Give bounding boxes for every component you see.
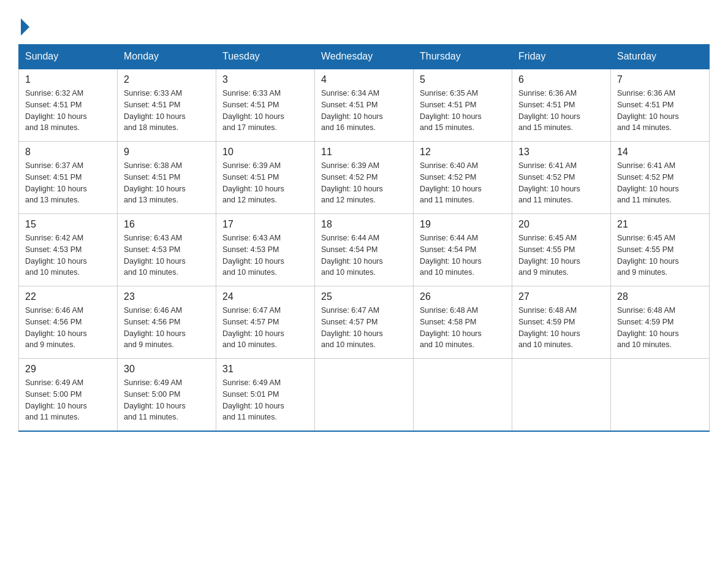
calendar-cell: 3Sunrise: 6:33 AMSunset: 4:51 PMDaylight… [216,69,315,142]
day-info: Sunrise: 6:45 AMSunset: 4:55 PMDaylight:… [617,232,703,278]
day-info: Sunrise: 6:36 AMSunset: 4:51 PMDaylight:… [518,88,604,134]
day-number: 7 [617,74,703,85]
day-number: 12 [420,147,506,158]
day-info: Sunrise: 6:33 AMSunset: 4:51 PMDaylight:… [124,88,210,134]
calendar-cell: 22Sunrise: 6:46 AMSunset: 4:56 PMDayligh… [19,286,118,359]
day-number: 1 [25,74,111,85]
calendar-cell: 30Sunrise: 6:49 AMSunset: 5:00 PMDayligh… [118,359,216,432]
day-number: 16 [124,219,210,230]
calendar-cell: 2Sunrise: 6:33 AMSunset: 4:51 PMDaylight… [118,69,216,142]
logo-triangle-icon [21,18,29,36]
weekday-header-monday: Monday [118,45,216,69]
weekday-header-sunday: Sunday [19,45,118,69]
calendar-cell: 28Sunrise: 6:48 AMSunset: 4:59 PMDayligh… [611,286,710,359]
calendar-table: SundayMondayTuesdayWednesdayThursdayFrid… [18,44,710,432]
calendar-cell: 9Sunrise: 6:38 AMSunset: 4:51 PMDaylight… [118,142,216,214]
day-info: Sunrise: 6:47 AMSunset: 4:57 PMDaylight:… [222,305,308,351]
calendar-cell: 24Sunrise: 6:47 AMSunset: 4:57 PMDayligh… [216,286,315,359]
weekday-header-thursday: Thursday [414,45,512,69]
header-row: SundayMondayTuesdayWednesdayThursdayFrid… [19,45,710,69]
calendar-cell: 20Sunrise: 6:45 AMSunset: 4:55 PMDayligh… [512,214,611,286]
day-info: Sunrise: 6:36 AMSunset: 4:51 PMDaylight:… [617,88,703,134]
calendar-cell: 29Sunrise: 6:49 AMSunset: 5:00 PMDayligh… [19,359,118,432]
day-info: Sunrise: 6:40 AMSunset: 4:52 PMDaylight:… [420,160,506,206]
calendar-cell [512,359,611,432]
calendar-cell: 21Sunrise: 6:45 AMSunset: 4:55 PMDayligh… [611,214,710,286]
day-info: Sunrise: 6:45 AMSunset: 4:55 PMDaylight:… [518,232,604,278]
calendar-cell: 19Sunrise: 6:44 AMSunset: 4:54 PMDayligh… [414,214,512,286]
calendar-cell: 17Sunrise: 6:43 AMSunset: 4:53 PMDayligh… [216,214,315,286]
weekday-header-tuesday: Tuesday [216,45,315,69]
day-info: Sunrise: 6:46 AMSunset: 4:56 PMDaylight:… [25,305,111,351]
day-info: Sunrise: 6:46 AMSunset: 4:56 PMDaylight:… [124,305,210,351]
calendar-cell: 8Sunrise: 6:37 AMSunset: 4:51 PMDaylight… [19,142,118,214]
day-number: 10 [222,147,308,158]
calendar-cell: 11Sunrise: 6:39 AMSunset: 4:52 PMDayligh… [315,142,414,214]
day-number: 17 [222,219,308,230]
day-info: Sunrise: 6:48 AMSunset: 4:58 PMDaylight:… [420,305,506,351]
calendar-cell: 18Sunrise: 6:44 AMSunset: 4:54 PMDayligh… [315,214,414,286]
day-number: 13 [518,147,604,158]
day-number: 21 [617,219,703,230]
calendar-cell [315,359,414,432]
day-info: Sunrise: 6:43 AMSunset: 4:53 PMDaylight:… [124,232,210,278]
day-number: 19 [420,219,506,230]
day-info: Sunrise: 6:44 AMSunset: 4:54 PMDaylight:… [420,232,506,278]
day-number: 23 [124,291,210,302]
day-info: Sunrise: 6:47 AMSunset: 4:57 PMDaylight:… [321,305,407,351]
weekday-header-friday: Friday [512,45,611,69]
day-info: Sunrise: 6:48 AMSunset: 4:59 PMDaylight:… [617,305,703,351]
day-info: Sunrise: 6:35 AMSunset: 4:51 PMDaylight:… [420,88,506,134]
calendar-cell: 15Sunrise: 6:42 AMSunset: 4:53 PMDayligh… [19,214,118,286]
day-number: 18 [321,219,407,230]
calendar-cell: 1Sunrise: 6:32 AMSunset: 4:51 PMDaylight… [19,69,118,142]
calendar-cell [414,359,512,432]
day-number: 30 [124,364,210,375]
calendar-cell: 10Sunrise: 6:39 AMSunset: 4:51 PMDayligh… [216,142,315,214]
calendar-cell: 23Sunrise: 6:46 AMSunset: 4:56 PMDayligh… [118,286,216,359]
day-number: 8 [25,147,111,158]
day-info: Sunrise: 6:32 AMSunset: 4:51 PMDaylight:… [25,88,111,134]
day-number: 2 [124,74,210,85]
day-number: 24 [222,291,308,302]
day-info: Sunrise: 6:43 AMSunset: 4:53 PMDaylight:… [222,232,308,278]
day-number: 6 [518,74,604,85]
day-info: Sunrise: 6:49 AMSunset: 5:00 PMDaylight:… [124,377,210,423]
calendar-cell: 27Sunrise: 6:48 AMSunset: 4:59 PMDayligh… [512,286,611,359]
calendar-cell [611,359,710,432]
day-number: 31 [222,364,308,375]
day-number: 29 [25,364,111,375]
day-number: 3 [222,74,308,85]
day-info: Sunrise: 6:39 AMSunset: 4:52 PMDaylight:… [321,160,407,206]
day-number: 25 [321,291,407,302]
day-info: Sunrise: 6:33 AMSunset: 4:51 PMDaylight:… [222,88,308,134]
day-number: 15 [25,219,111,230]
logo [18,18,29,37]
calendar-cell: 13Sunrise: 6:41 AMSunset: 4:52 PMDayligh… [512,142,611,214]
page-header [18,12,710,37]
day-info: Sunrise: 6:41 AMSunset: 4:52 PMDaylight:… [617,160,703,206]
day-number: 26 [420,291,506,302]
day-info: Sunrise: 6:41 AMSunset: 4:52 PMDaylight:… [518,160,604,206]
calendar-cell: 5Sunrise: 6:35 AMSunset: 4:51 PMDaylight… [414,69,512,142]
calendar-cell: 12Sunrise: 6:40 AMSunset: 4:52 PMDayligh… [414,142,512,214]
day-info: Sunrise: 6:49 AMSunset: 5:00 PMDaylight:… [25,377,111,423]
calendar-cell: 14Sunrise: 6:41 AMSunset: 4:52 PMDayligh… [611,142,710,214]
day-number: 28 [617,291,703,302]
day-number: 22 [25,291,111,302]
day-info: Sunrise: 6:38 AMSunset: 4:51 PMDaylight:… [124,160,210,206]
calendar-cell: 4Sunrise: 6:34 AMSunset: 4:51 PMDaylight… [315,69,414,142]
calendar-cell: 26Sunrise: 6:48 AMSunset: 4:58 PMDayligh… [414,286,512,359]
day-number: 27 [518,291,604,302]
day-info: Sunrise: 6:44 AMSunset: 4:54 PMDaylight:… [321,232,407,278]
calendar-cell: 31Sunrise: 6:49 AMSunset: 5:01 PMDayligh… [216,359,315,432]
day-number: 4 [321,74,407,85]
calendar-cell: 16Sunrise: 6:43 AMSunset: 4:53 PMDayligh… [118,214,216,286]
calendar-week-2: 8Sunrise: 6:37 AMSunset: 4:51 PMDaylight… [19,142,710,214]
day-number: 20 [518,219,604,230]
day-info: Sunrise: 6:49 AMSunset: 5:01 PMDaylight:… [222,377,308,423]
weekday-header-wednesday: Wednesday [315,45,414,69]
day-number: 11 [321,147,407,158]
calendar-week-1: 1Sunrise: 6:32 AMSunset: 4:51 PMDaylight… [19,69,710,142]
day-info: Sunrise: 6:48 AMSunset: 4:59 PMDaylight:… [518,305,604,351]
